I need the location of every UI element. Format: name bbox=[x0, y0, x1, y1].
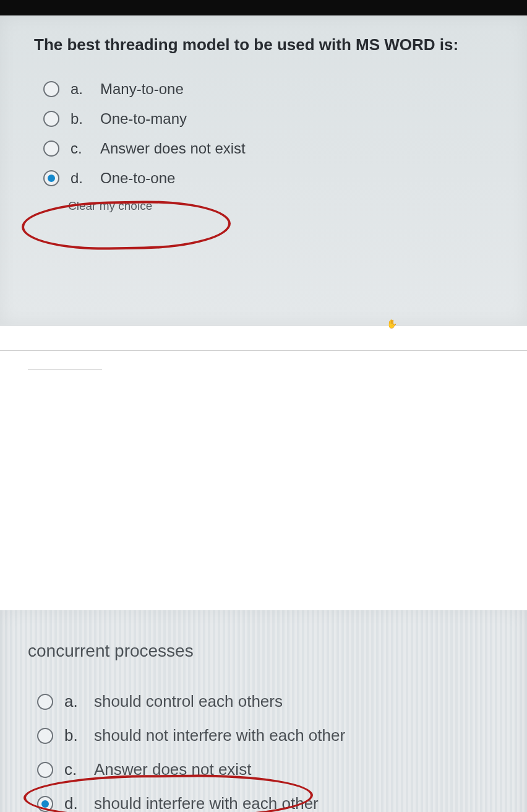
radio-icon[interactable] bbox=[43, 111, 59, 127]
option-row-a[interactable]: a. should control each others bbox=[37, 692, 508, 711]
radio-icon[interactable] bbox=[37, 796, 53, 812]
radio-icon[interactable] bbox=[37, 762, 53, 778]
option-text: should control each others bbox=[94, 692, 283, 711]
option-text: should interfere with each other bbox=[94, 794, 319, 812]
spacer bbox=[0, 350, 527, 610]
option-text: Answer does not exist bbox=[100, 140, 246, 157]
question-card-2: concurrent processes a. should control e… bbox=[0, 610, 527, 812]
options-list: a. Many-to-one b. One-to-many c. Answer … bbox=[34, 80, 508, 187]
option-row-a[interactable]: a. Many-to-one bbox=[43, 80, 508, 98]
cursor-hand-icon: ✋ bbox=[387, 319, 397, 329]
option-row-c[interactable]: c. Answer does not exist bbox=[43, 140, 508, 157]
radio-icon[interactable] bbox=[43, 170, 59, 186]
question-card-1: The best threading model to be used with… bbox=[0, 15, 527, 326]
option-letter: d. bbox=[64, 794, 83, 812]
option-text: Many-to-one bbox=[100, 80, 184, 98]
option-row-b[interactable]: b. One-to-many bbox=[43, 110, 508, 127]
option-letter: c. bbox=[64, 760, 83, 779]
option-letter: d. bbox=[71, 170, 89, 187]
option-text: should not interfere with each other bbox=[94, 726, 345, 745]
question-title: The best threading model to be used with… bbox=[34, 34, 508, 56]
radio-icon[interactable] bbox=[37, 694, 53, 710]
faint-mark bbox=[28, 369, 102, 369]
radio-icon[interactable] bbox=[43, 140, 59, 157]
option-letter: b. bbox=[71, 110, 89, 127]
option-letter: a. bbox=[64, 692, 83, 711]
option-letter: b. bbox=[64, 726, 83, 745]
option-row-b[interactable]: b. should not interfere with each other bbox=[37, 726, 508, 745]
divider-line bbox=[0, 350, 527, 351]
option-row-c[interactable]: c. Answer does not exist bbox=[37, 760, 508, 779]
option-row-d[interactable]: d. One-to-one bbox=[43, 170, 508, 187]
radio-icon[interactable] bbox=[37, 728, 53, 744]
option-text: One-to-one bbox=[100, 170, 175, 187]
page-root: The best threading model to be used with… bbox=[0, 0, 527, 812]
option-text: Answer does not exist bbox=[94, 760, 251, 779]
option-letter: c. bbox=[71, 140, 89, 157]
question-title: concurrent processes bbox=[28, 641, 508, 661]
option-letter: a. bbox=[71, 80, 89, 98]
options-list: a. should control each others b. should … bbox=[28, 692, 508, 812]
top-black-bar bbox=[0, 0, 527, 15]
option-text: One-to-many bbox=[100, 110, 187, 127]
radio-icon[interactable] bbox=[43, 81, 59, 97]
clear-choice-link[interactable]: Clear my choice bbox=[68, 199, 508, 213]
option-row-d[interactable]: d. should interfere with each other bbox=[37, 794, 508, 812]
